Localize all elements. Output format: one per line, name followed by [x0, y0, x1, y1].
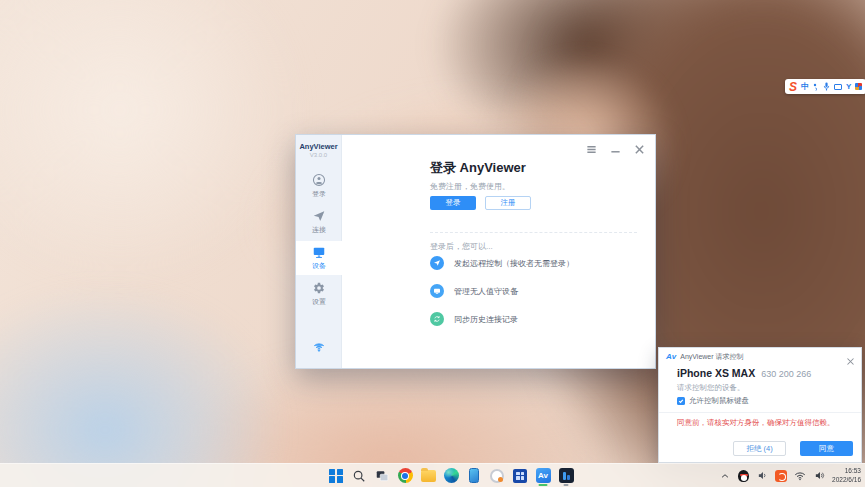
register-button[interactable]: 注册	[485, 196, 531, 210]
tray-time: 16:53	[832, 467, 861, 475]
page-subtitle: 免费注册，免费使用。	[430, 181, 510, 192]
dialog-titlebar: Av AnyViewer 请求控制	[666, 352, 744, 362]
sogou-input-toolbar: S 中 Y	[785, 79, 865, 94]
taskbar-clock[interactable]: 16:53 2022/6/16	[832, 467, 861, 484]
user-icon	[312, 173, 326, 187]
after-login-hint: 登录后，您可以...	[430, 241, 493, 252]
sogou-toolbox-icon[interactable]	[855, 83, 862, 90]
circular-app-button[interactable]	[488, 465, 506, 487]
wallpaper-clothing-shape	[0, 290, 280, 487]
taskbar: Av 16:53 2022/6/16	[0, 463, 865, 487]
qq-icon[interactable]	[738, 470, 749, 482]
audio-device-icon[interactable]	[756, 470, 768, 482]
sidebar: AnyViewer V3.0.0 登录 连接 设备	[296, 135, 342, 368]
request-control-dialog: Av AnyViewer 请求控制 iPhone XS MAX 630 200 …	[658, 347, 862, 463]
minimize-icon[interactable]	[610, 141, 621, 152]
device-name: iPhone XS MAX	[677, 367, 755, 379]
sogou-mode-icon[interactable]: Y	[846, 83, 851, 91]
sogou-mic-icon[interactable]	[823, 82, 830, 91]
monitor-icon	[312, 245, 326, 259]
feature-label: 同步历史连接记录	[454, 314, 518, 325]
sidebar-item-label: 连接	[312, 225, 326, 235]
tray-date: 2022/6/16	[832, 476, 861, 484]
dialog-title: AnyViewer 请求控制	[680, 352, 743, 362]
system-tray: 16:53 2022/6/16	[719, 464, 861, 487]
sidebar-item-devices[interactable]: 设备	[296, 241, 342, 275]
page-title: 登录 AnyViewer	[430, 159, 526, 177]
divider	[659, 412, 861, 413]
close-icon[interactable]	[634, 141, 645, 152]
wifi-icon[interactable]	[794, 470, 806, 482]
device-id: 630 200 266	[761, 369, 811, 379]
anyviewer-logo-icon: Av	[666, 353, 676, 361]
chrome-button[interactable]	[396, 465, 414, 487]
sidebar-item-connect[interactable]: 连接	[296, 205, 342, 239]
menu-icon[interactable]	[586, 141, 597, 152]
task-view-button[interactable]	[373, 465, 391, 487]
network-status-icon	[296, 341, 342, 353]
close-icon[interactable]	[846, 352, 855, 361]
auth-buttons: 登录 注册	[430, 196, 531, 210]
edge-icon	[444, 468, 459, 483]
monitor-icon	[430, 284, 444, 298]
chrome-icon	[398, 468, 413, 483]
folder-icon	[421, 470, 436, 482]
sogou-keyboard-icon[interactable]	[834, 84, 842, 90]
office-app-button[interactable]	[511, 465, 529, 487]
window-controls	[586, 141, 645, 152]
feature-remote-control: 发起远程控制（接收者无需登录）	[430, 255, 574, 271]
security-warning: 同意前，请核实对方身份，确保对方值得信赖。	[677, 418, 835, 428]
paper-plane-icon	[312, 209, 326, 223]
sidebar-item-settings[interactable]: 设置	[296, 277, 342, 311]
sync-icon	[430, 312, 444, 326]
phone-icon	[469, 468, 479, 483]
request-message: 请求控制您的设备。	[677, 383, 745, 393]
sogou-logo-icon[interactable]: S	[789, 81, 797, 93]
anyviewer-icon: Av	[536, 468, 551, 483]
dark-app-icon	[559, 468, 574, 483]
dark-app-button[interactable]	[557, 465, 575, 487]
anyviewer-taskbar-button[interactable]: Av	[534, 465, 552, 487]
gear-icon	[312, 281, 326, 295]
login-button[interactable]: 登录	[430, 196, 476, 210]
phone-link-button[interactable]	[465, 465, 483, 487]
main-content: 登录 AnyViewer 免费注册，免费使用。 登录 注册 登录后，您可以...…	[342, 135, 655, 368]
sidebar-item-login[interactable]: 登录	[296, 169, 342, 203]
office-icon	[513, 469, 527, 483]
anyviewer-main-window: AnyViewer V3.0.0 登录 连接 设备	[295, 134, 656, 369]
taskbar-center: Av	[327, 464, 575, 487]
feature-sync-history: 同步历史连接记录	[430, 311, 518, 327]
search-button[interactable]	[350, 465, 368, 487]
dialog-buttons: 拒绝 (4) 同意	[733, 441, 853, 456]
orange-tray-app-icon[interactable]	[775, 470, 787, 482]
volume-icon[interactable]	[813, 470, 825, 482]
paper-plane-icon	[430, 256, 444, 270]
feature-label: 发起远程控制（接收者无需登录）	[454, 258, 574, 269]
feature-label: 管理无人值守设备	[454, 286, 518, 297]
brand-version: V3.0.0	[296, 152, 341, 158]
checkbox-label: 允许控制鼠标键盘	[689, 396, 749, 406]
file-explorer-button[interactable]	[419, 465, 437, 487]
sogou-punctuation-icon[interactable]	[813, 83, 819, 91]
task-view-icon	[375, 469, 389, 483]
reject-button[interactable]: 拒绝 (4)	[733, 441, 786, 456]
sidebar-item-label: 登录	[312, 189, 326, 199]
search-icon	[352, 469, 366, 483]
edge-button[interactable]	[442, 465, 460, 487]
checkbox-checked-icon[interactable]	[677, 397, 685, 405]
windows-logo-icon	[329, 469, 343, 483]
app-brand: AnyViewer V3.0.0	[296, 135, 341, 158]
sidebar-item-label: 设备	[312, 261, 326, 271]
feature-unattended-devices: 管理无人值守设备	[430, 283, 518, 299]
divider	[430, 232, 637, 233]
ring-app-icon	[490, 469, 504, 483]
allow-input-checkbox-row[interactable]: 允许控制鼠标键盘	[677, 396, 749, 406]
device-info: iPhone XS MAX 630 200 266	[677, 367, 811, 379]
brand-name: AnyViewer	[296, 142, 341, 151]
tray-chevron-up-icon[interactable]	[719, 470, 731, 482]
accept-button[interactable]: 同意	[800, 441, 853, 456]
sogou-lang-toggle[interactable]: 中	[801, 83, 809, 91]
sidebar-item-label: 设置	[312, 297, 326, 307]
start-button[interactable]	[327, 465, 345, 487]
